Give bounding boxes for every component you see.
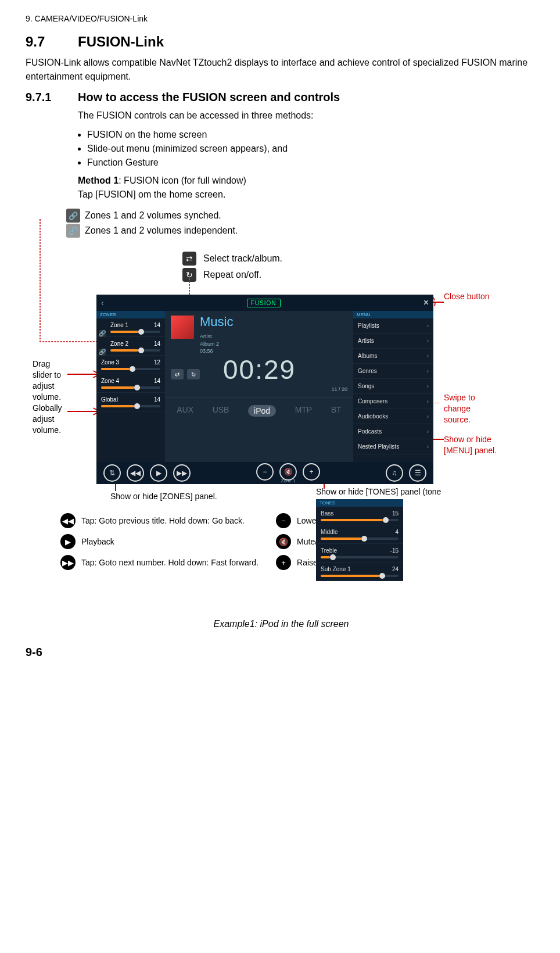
section-title: FUSION-Link (78, 34, 164, 49)
mute-icon: 🔇 (276, 534, 291, 549)
legend-prev: Tap: Goto previous title. Hold down: Go … (81, 516, 245, 525)
method-line2: Tap [FUSION] om the home screen. (78, 189, 225, 199)
menu-item-label: Composers (358, 398, 387, 404)
callout-drag: Drag slider to adjust volume. (33, 359, 67, 403)
tone-val: 4 (395, 529, 399, 535)
section-intro: FUSION-Link allows compatible NavNet TZt… (26, 56, 537, 84)
repeat-button[interactable]: ↻ (187, 369, 200, 379)
menu-item[interactable]: Genres› (353, 364, 433, 379)
zone-slider[interactable] (101, 386, 160, 389)
tone-name: Bass (321, 510, 333, 517)
figure-caption: Example1: iPod in the full screen (26, 619, 537, 629)
play-button[interactable]: ▶ (150, 464, 167, 482)
menu-item-label: Audiobooks (358, 413, 388, 420)
tone-slider[interactable] (321, 575, 399, 577)
link-independent-icon: 🔗 (66, 224, 80, 238)
tone-name: Sub Zone 1 (321, 566, 351, 572)
menu-item-label: Albums (358, 353, 377, 359)
subsection-number: 9.7.1 (26, 91, 78, 104)
zone-slider[interactable] (110, 349, 160, 352)
track-counter: 11 / 20 (331, 386, 347, 392)
source-item[interactable]: USB (213, 405, 229, 417)
menu-item[interactable]: Nested Playlists› (353, 439, 433, 454)
tones-panel: TONES Bass15 Middle4 Treble-15 Sub Zone … (316, 499, 403, 581)
menu-item[interactable]: Podcasts› (353, 424, 433, 439)
zone-slider[interactable] (110, 331, 160, 333)
menu-item[interactable]: Composers› (353, 394, 433, 409)
fusion-logo: FUSION (247, 299, 281, 307)
sync-icon[interactable]: 🔗 (99, 349, 106, 356)
menu-item[interactable]: Audiobooks› (353, 409, 433, 424)
list-item: Slide-out menu (minimized screen appears… (87, 144, 537, 154)
callout-show-zones: Show or hide [ZONES] panel. (110, 491, 217, 502)
chevron-right-icon: › (427, 323, 429, 329)
play-icon: ▶ (60, 534, 76, 549)
close-button[interactable]: × (423, 298, 429, 308)
fusion-screenshot: ‹ FUSION × ZONES 🔗Zone 114 🔗Zone 214 Zon… (96, 295, 433, 484)
subsection-title: How to access the FUSION screen and cont… (78, 91, 340, 103)
shuffle-button[interactable]: ⇄ (171, 369, 184, 379)
tone-slider[interactable] (321, 556, 399, 558)
tone-slider[interactable] (321, 538, 399, 540)
menu-item[interactable]: Songs› (353, 379, 433, 394)
zone-val: 14 (154, 322, 160, 328)
menu-item-label: Songs (358, 383, 374, 389)
legend-synched: Zones 1 and 2 volumes synched. (85, 210, 221, 221)
chevron-right-icon: › (427, 443, 429, 450)
music-title: Music (200, 314, 233, 329)
zone-val: 14 (154, 396, 160, 403)
prev-button[interactable]: ◀◀ (127, 464, 144, 482)
zone-name: Zone 2 (110, 341, 128, 347)
track-duration: 03:56 (200, 348, 213, 354)
source-item[interactable]: MTP (295, 405, 313, 417)
album-art (171, 316, 194, 339)
next-icon: ▶▶ (60, 555, 76, 570)
track-artist: Artist (200, 334, 212, 339)
chevron-right-icon: › (427, 383, 429, 389)
list-item: Function Gesture (87, 157, 537, 168)
vol-up-button[interactable]: + (303, 463, 320, 481)
shuffle-icon: ⇄ (182, 252, 196, 266)
sync-icon[interactable]: 🔗 (99, 330, 106, 337)
method-desc: : FUSION icon (for full window) (119, 175, 246, 185)
zone-slider[interactable] (101, 368, 160, 370)
vol-down-button[interactable]: − (256, 463, 274, 481)
elapsed-time: 00:29 (223, 354, 296, 385)
chevron-right-icon: › (427, 428, 429, 435)
tone-val: -15 (390, 547, 399, 554)
zone-name: Zone 1 (110, 322, 128, 328)
zones-panel: ZONES 🔗Zone 114 🔗Zone 214 Zone 312 Zone … (96, 311, 165, 462)
source-item[interactable]: AUX (177, 405, 193, 417)
next-button[interactable]: ▶▶ (173, 464, 191, 482)
minus-icon: − (276, 513, 291, 528)
source-selector[interactable]: AUX USB iPod MTP BT (165, 402, 353, 420)
page-header: 9. CAMERA/VIDEO/FUSION-Link (26, 14, 537, 23)
zone-val: 14 (154, 341, 160, 347)
subsection-lead: The FUSION controls can be accessed in t… (78, 109, 537, 123)
menu-item-label: Playlists (358, 323, 379, 329)
source-item-active[interactable]: iPod (248, 405, 276, 417)
menu-title: MENU (353, 311, 433, 318)
tone-name: Treble (321, 547, 337, 554)
menu-item[interactable]: Artists› (353, 334, 433, 349)
chevron-right-icon: › (427, 413, 429, 420)
menu-panel: MENU Playlists› Artists› Albums› Genres›… (353, 311, 433, 462)
tone-slider[interactable] (321, 519, 399, 521)
method-list: FUSION on the home screen Slide-out menu… (78, 130, 537, 168)
zones-toggle-button[interactable]: ⇅ (103, 464, 121, 482)
back-button[interactable]: ‹ (101, 298, 104, 307)
link-synched-icon: 🔗 (66, 209, 80, 223)
menu-toggle-button[interactable]: ☰ (409, 464, 426, 482)
zone-val: 14 (154, 378, 160, 384)
zone-slider[interactable] (101, 405, 160, 407)
section-heading: 9.7FUSION-Link (26, 34, 537, 50)
tones-toggle-button[interactable]: ♫ (386, 464, 403, 482)
source-item[interactable]: BT (331, 405, 342, 417)
chevron-right-icon: › (427, 353, 429, 359)
menu-item-label: Podcasts (358, 428, 382, 435)
menu-item[interactable]: Albums› (353, 349, 433, 364)
menu-item[interactable]: Playlists› (353, 318, 433, 334)
prev-icon: ◀◀ (60, 513, 76, 528)
method-line: Method 1: FUSION icon (for full window)T… (78, 174, 537, 202)
menu-item-label: Artists (358, 338, 374, 344)
